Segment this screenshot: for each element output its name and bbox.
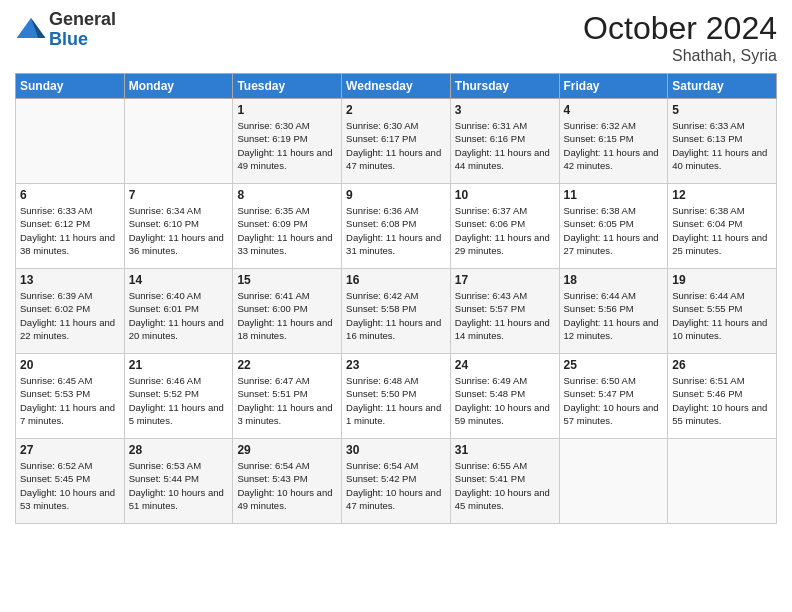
logo-blue-text: Blue xyxy=(49,30,116,50)
day-number: 15 xyxy=(237,273,337,287)
calendar-cell: 3Sunrise: 6:31 AMSunset: 6:16 PMDaylight… xyxy=(450,99,559,184)
calendar-cell: 20Sunrise: 6:45 AMSunset: 5:53 PMDayligh… xyxy=(16,354,125,439)
day-info: Sunrise: 6:49 AMSunset: 5:48 PMDaylight:… xyxy=(455,374,555,427)
day-info: Sunrise: 6:35 AMSunset: 6:09 PMDaylight:… xyxy=(237,204,337,257)
calendar-cell: 30Sunrise: 6:54 AMSunset: 5:42 PMDayligh… xyxy=(342,439,451,524)
calendar-cell: 29Sunrise: 6:54 AMSunset: 5:43 PMDayligh… xyxy=(233,439,342,524)
day-info: Sunrise: 6:53 AMSunset: 5:44 PMDaylight:… xyxy=(129,459,229,512)
day-info: Sunrise: 6:40 AMSunset: 6:01 PMDaylight:… xyxy=(129,289,229,342)
day-info: Sunrise: 6:33 AMSunset: 6:12 PMDaylight:… xyxy=(20,204,120,257)
calendar-week-3: 13Sunrise: 6:39 AMSunset: 6:02 PMDayligh… xyxy=(16,269,777,354)
day-info: Sunrise: 6:48 AMSunset: 5:50 PMDaylight:… xyxy=(346,374,446,427)
calendar-cell: 16Sunrise: 6:42 AMSunset: 5:58 PMDayligh… xyxy=(342,269,451,354)
calendar-cell: 7Sunrise: 6:34 AMSunset: 6:10 PMDaylight… xyxy=(124,184,233,269)
weekday-header-saturday: Saturday xyxy=(668,74,777,99)
day-info: Sunrise: 6:55 AMSunset: 5:41 PMDaylight:… xyxy=(455,459,555,512)
calendar-cell xyxy=(668,439,777,524)
day-number: 14 xyxy=(129,273,229,287)
day-info: Sunrise: 6:34 AMSunset: 6:10 PMDaylight:… xyxy=(129,204,229,257)
logo-icon xyxy=(15,14,47,46)
day-number: 27 xyxy=(20,443,120,457)
day-number: 16 xyxy=(346,273,446,287)
weekday-header-sunday: Sunday xyxy=(16,74,125,99)
day-number: 11 xyxy=(564,188,664,202)
day-info: Sunrise: 6:30 AMSunset: 6:17 PMDaylight:… xyxy=(346,119,446,172)
calendar-cell xyxy=(16,99,125,184)
day-number: 7 xyxy=(129,188,229,202)
day-number: 2 xyxy=(346,103,446,117)
weekday-header-tuesday: Tuesday xyxy=(233,74,342,99)
day-info: Sunrise: 6:44 AMSunset: 5:55 PMDaylight:… xyxy=(672,289,772,342)
day-number: 25 xyxy=(564,358,664,372)
day-info: Sunrise: 6:45 AMSunset: 5:53 PMDaylight:… xyxy=(20,374,120,427)
calendar-cell: 27Sunrise: 6:52 AMSunset: 5:45 PMDayligh… xyxy=(16,439,125,524)
day-number: 1 xyxy=(237,103,337,117)
day-info: Sunrise: 6:32 AMSunset: 6:15 PMDaylight:… xyxy=(564,119,664,172)
day-number: 23 xyxy=(346,358,446,372)
calendar-cell: 8Sunrise: 6:35 AMSunset: 6:09 PMDaylight… xyxy=(233,184,342,269)
day-number: 6 xyxy=(20,188,120,202)
day-number: 10 xyxy=(455,188,555,202)
day-number: 5 xyxy=(672,103,772,117)
day-info: Sunrise: 6:47 AMSunset: 5:51 PMDaylight:… xyxy=(237,374,337,427)
calendar-cell: 2Sunrise: 6:30 AMSunset: 6:17 PMDaylight… xyxy=(342,99,451,184)
logo-text: General Blue xyxy=(49,10,116,50)
calendar-cell: 6Sunrise: 6:33 AMSunset: 6:12 PMDaylight… xyxy=(16,184,125,269)
calendar-week-4: 20Sunrise: 6:45 AMSunset: 5:53 PMDayligh… xyxy=(16,354,777,439)
day-info: Sunrise: 6:33 AMSunset: 6:13 PMDaylight:… xyxy=(672,119,772,172)
calendar-cell: 11Sunrise: 6:38 AMSunset: 6:05 PMDayligh… xyxy=(559,184,668,269)
day-info: Sunrise: 6:39 AMSunset: 6:02 PMDaylight:… xyxy=(20,289,120,342)
calendar-cell xyxy=(559,439,668,524)
weekday-header-thursday: Thursday xyxy=(450,74,559,99)
day-number: 8 xyxy=(237,188,337,202)
day-info: Sunrise: 6:36 AMSunset: 6:08 PMDaylight:… xyxy=(346,204,446,257)
day-number: 20 xyxy=(20,358,120,372)
calendar-cell: 9Sunrise: 6:36 AMSunset: 6:08 PMDaylight… xyxy=(342,184,451,269)
calendar-cell: 31Sunrise: 6:55 AMSunset: 5:41 PMDayligh… xyxy=(450,439,559,524)
logo: General Blue xyxy=(15,10,116,50)
day-number: 31 xyxy=(455,443,555,457)
day-number: 24 xyxy=(455,358,555,372)
calendar-cell: 18Sunrise: 6:44 AMSunset: 5:56 PMDayligh… xyxy=(559,269,668,354)
weekday-header-wednesday: Wednesday xyxy=(342,74,451,99)
calendar-cell: 1Sunrise: 6:30 AMSunset: 6:19 PMDaylight… xyxy=(233,99,342,184)
day-number: 30 xyxy=(346,443,446,457)
calendar-week-2: 6Sunrise: 6:33 AMSunset: 6:12 PMDaylight… xyxy=(16,184,777,269)
calendar-cell: 15Sunrise: 6:41 AMSunset: 6:00 PMDayligh… xyxy=(233,269,342,354)
day-number: 26 xyxy=(672,358,772,372)
day-info: Sunrise: 6:38 AMSunset: 6:05 PMDaylight:… xyxy=(564,204,664,257)
calendar-cell: 14Sunrise: 6:40 AMSunset: 6:01 PMDayligh… xyxy=(124,269,233,354)
calendar-cell: 13Sunrise: 6:39 AMSunset: 6:02 PMDayligh… xyxy=(16,269,125,354)
calendar-table: SundayMondayTuesdayWednesdayThursdayFrid… xyxy=(15,73,777,524)
day-number: 13 xyxy=(20,273,120,287)
day-info: Sunrise: 6:30 AMSunset: 6:19 PMDaylight:… xyxy=(237,119,337,172)
calendar-cell: 19Sunrise: 6:44 AMSunset: 5:55 PMDayligh… xyxy=(668,269,777,354)
calendar-header: SundayMondayTuesdayWednesdayThursdayFrid… xyxy=(16,74,777,99)
day-number: 3 xyxy=(455,103,555,117)
location-title: Shathah, Syria xyxy=(583,47,777,65)
calendar-cell: 10Sunrise: 6:37 AMSunset: 6:06 PMDayligh… xyxy=(450,184,559,269)
day-number: 12 xyxy=(672,188,772,202)
calendar-cell: 17Sunrise: 6:43 AMSunset: 5:57 PMDayligh… xyxy=(450,269,559,354)
weekday-header-friday: Friday xyxy=(559,74,668,99)
calendar-week-5: 27Sunrise: 6:52 AMSunset: 5:45 PMDayligh… xyxy=(16,439,777,524)
day-info: Sunrise: 6:54 AMSunset: 5:42 PMDaylight:… xyxy=(346,459,446,512)
weekday-row: SundayMondayTuesdayWednesdayThursdayFrid… xyxy=(16,74,777,99)
day-number: 18 xyxy=(564,273,664,287)
logo-general-text: General xyxy=(49,10,116,30)
day-info: Sunrise: 6:37 AMSunset: 6:06 PMDaylight:… xyxy=(455,204,555,257)
weekday-header-monday: Monday xyxy=(124,74,233,99)
day-info: Sunrise: 6:31 AMSunset: 6:16 PMDaylight:… xyxy=(455,119,555,172)
day-number: 4 xyxy=(564,103,664,117)
calendar-week-1: 1Sunrise: 6:30 AMSunset: 6:19 PMDaylight… xyxy=(16,99,777,184)
day-info: Sunrise: 6:46 AMSunset: 5:52 PMDaylight:… xyxy=(129,374,229,427)
calendar-body: 1Sunrise: 6:30 AMSunset: 6:19 PMDaylight… xyxy=(16,99,777,524)
calendar-cell xyxy=(124,99,233,184)
day-number: 29 xyxy=(237,443,337,457)
day-info: Sunrise: 6:41 AMSunset: 6:00 PMDaylight:… xyxy=(237,289,337,342)
page-header: General Blue October 2024 Shathah, Syria xyxy=(15,10,777,65)
day-number: 17 xyxy=(455,273,555,287)
day-info: Sunrise: 6:50 AMSunset: 5:47 PMDaylight:… xyxy=(564,374,664,427)
day-info: Sunrise: 6:51 AMSunset: 5:46 PMDaylight:… xyxy=(672,374,772,427)
calendar-cell: 22Sunrise: 6:47 AMSunset: 5:51 PMDayligh… xyxy=(233,354,342,439)
